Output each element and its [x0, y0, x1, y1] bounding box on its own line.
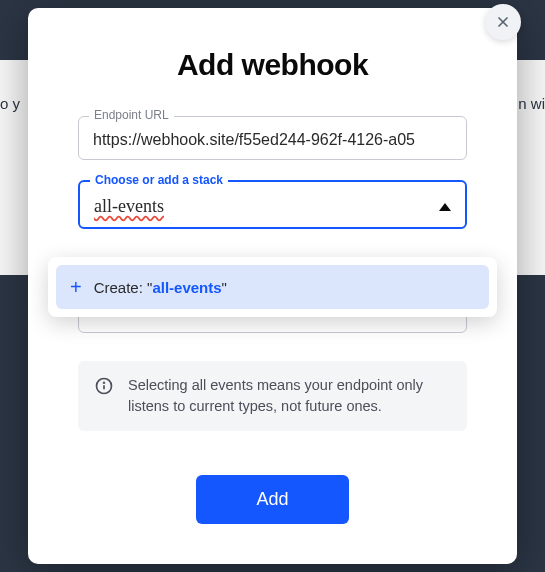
modal-title: Add webhook — [78, 48, 467, 82]
endpoint-url-input[interactable] — [93, 131, 452, 149]
bg-text-left: o y — [0, 95, 20, 112]
endpoint-url-field[interactable]: Endpoint URL — [78, 116, 467, 160]
info-banner: Selecting all events means your endpoint… — [78, 361, 467, 431]
close-icon — [495, 14, 511, 30]
add-button[interactable]: Add — [196, 475, 348, 524]
create-stack-label: Create: "all-events" — [94, 279, 227, 296]
svg-point-4 — [104, 382, 105, 383]
stack-label: Choose or add a stack — [90, 173, 228, 187]
stack-input-value[interactable]: all-events — [94, 196, 164, 217]
bg-text-right: n wi — [518, 95, 545, 112]
close-button[interactable] — [485, 4, 521, 40]
stack-dropdown-panel: + Create: "all-events" — [48, 257, 497, 317]
info-text: Selecting all events means your endpoint… — [128, 375, 451, 417]
endpoint-url-label: Endpoint URL — [89, 108, 174, 122]
plus-icon: + — [70, 277, 82, 297]
create-stack-option[interactable]: + Create: "all-events" — [56, 265, 489, 309]
stack-combobox[interactable]: Choose or add a stack all-events — [78, 180, 467, 229]
chevron-up-icon — [439, 203, 451, 211]
info-icon — [94, 376, 114, 396]
